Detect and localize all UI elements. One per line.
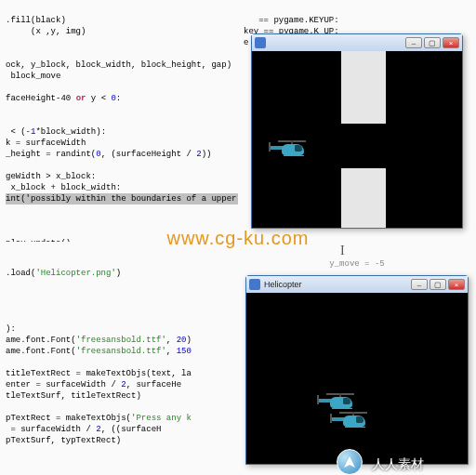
code-line: .fill(black) [6,16,66,25]
code-line: ock, y_block, block_width, block_height,… [6,60,231,70]
code-block: .fill(black) (x ,y, img) ock, y_block, b… [0,0,238,275]
obstacle-top [341,51,386,124]
code-line: block_move [6,72,60,81]
code-block: y_move = -5 [238,242,476,271]
helicopter-sprite [269,139,310,157]
keyword-or: or [76,94,86,103]
code-line: (x ,y, img) [31,27,86,36]
code-block: == pygame.KEYUP: key == pygame.K_UP: e =… [238,0,476,33]
panel-bottom-right: y_move = -5 Helicopter – ▢ × [238,242,476,475]
pygame-window-2[interactable]: Helicopter – ▢ × [245,275,469,465]
code-panel-bottom-left: .load('Helicopter.png') ): ame.font.Font… [0,242,238,475]
maximize-button[interactable]: ▢ [424,37,441,48]
maximize-button[interactable]: ▢ [430,279,446,290]
code-block: .load('Helicopter.png') ): ame.font.Font… [0,242,238,461]
text-cursor-icon: I [340,244,345,258]
titlebar[interactable]: Helicopter – ▢ × [246,276,468,293]
minimize-button[interactable]: – [411,279,428,290]
close-button[interactable]: × [443,37,459,48]
helicopter-sprite [330,410,371,429]
obstacle-bottom [341,168,386,228]
close-button[interactable]: × [448,279,465,290]
pygame-icon [249,279,260,290]
minimize-button[interactable]: – [405,37,422,48]
code-panel-top-left: .fill(black) (x ,y, img) ock, y_block, b… [0,0,238,242]
game-surface[interactable] [252,51,462,228]
titlebar[interactable]: – ▢ × [252,34,462,51]
pygame-icon [255,37,266,48]
pygame-window-1[interactable]: – ▢ × [251,33,463,229]
helicopter-sprite [317,391,358,410]
panel-top-right: == pygame.KEYUP: key == pygame.K_UP: e =… [238,0,476,242]
window-title: Helicopter [264,280,302,289]
highlighted-line: int('possibly within the boundaries of a… [6,193,246,205]
code-line: faceHeight-40 [6,94,76,103]
game-surface[interactable] [246,293,468,464]
